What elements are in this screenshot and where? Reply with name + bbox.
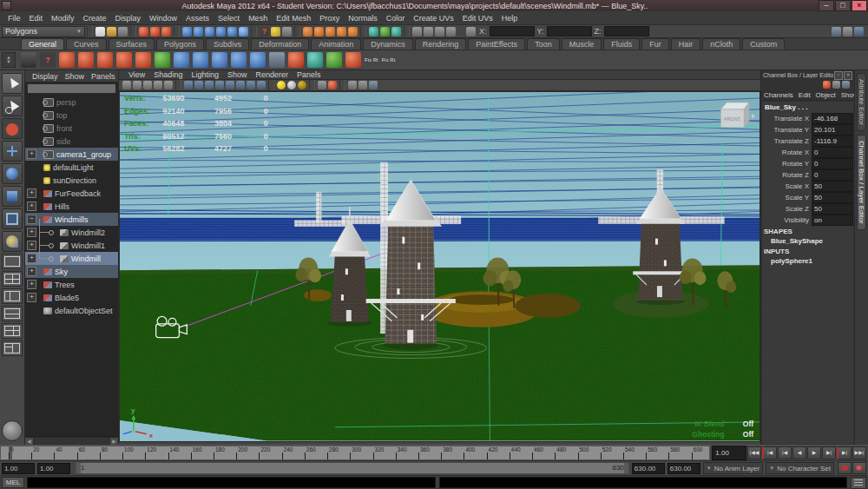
connection-lock-icon[interactable] bbox=[348, 27, 358, 36]
viewport-menu-renderer[interactable]: Renderer bbox=[251, 70, 293, 79]
shelf-tab-animation[interactable]: Animation bbox=[311, 38, 361, 50]
scroll-right-icon[interactable]: ▶ bbox=[110, 438, 118, 445]
go-to-start-button[interactable]: |◀◀ bbox=[747, 446, 761, 459]
paint-effects-panel-icon[interactable] bbox=[435, 27, 444, 36]
shelf-tab-fluids[interactable]: Fluids bbox=[603, 38, 640, 50]
menu-edit-uvs[interactable]: Edit UVs bbox=[458, 14, 497, 23]
minimize-button[interactable]: – bbox=[819, 0, 834, 11]
save-scene-icon[interactable] bbox=[118, 27, 128, 36]
show-modeling-toolkit-icon[interactable] bbox=[832, 27, 841, 36]
channel-value-field[interactable]: 0 bbox=[812, 147, 853, 158]
show-tool-settings-icon[interactable] bbox=[854, 27, 864, 36]
play-backwards-button[interactable]: ◀ bbox=[792, 446, 806, 459]
shelf-tab-subdivs[interactable]: Subdivs bbox=[206, 38, 249, 50]
vp-wireframe-icon[interactable] bbox=[184, 81, 193, 89]
channel-value-field[interactable]: on bbox=[812, 215, 853, 226]
snap-to-view-plane-icon[interactable] bbox=[227, 27, 237, 36]
hypershade-icon[interactable] bbox=[424, 27, 433, 36]
viewport-menu-lighting[interactable]: Lighting bbox=[187, 70, 223, 79]
vp-multisampling-icon[interactable] bbox=[257, 81, 266, 89]
shelf-tab-muscle[interactable]: Muscle bbox=[562, 38, 602, 50]
restore-button[interactable]: □ bbox=[835, 0, 851, 11]
animation-end-field[interactable]: 630.00 bbox=[667, 463, 700, 474]
select-hierarchy-icon[interactable] bbox=[139, 27, 148, 36]
vp-default-lighting-icon[interactable] bbox=[277, 81, 286, 89]
menu-mesh[interactable]: Mesh bbox=[244, 14, 272, 23]
menu-create[interactable]: Create bbox=[79, 14, 111, 23]
y-input[interactable] bbox=[547, 26, 592, 36]
vp-isolate-select-icon[interactable] bbox=[318, 81, 326, 89]
outliner-menu-display[interactable]: Display bbox=[29, 72, 62, 81]
z-input[interactable] bbox=[604, 26, 649, 36]
slate-icon[interactable] bbox=[269, 52, 285, 68]
input-connections-icon[interactable] bbox=[303, 27, 312, 36]
menu-edit-mesh[interactable]: Edit Mesh bbox=[272, 14, 315, 23]
mel-toggle-button[interactable]: MEL bbox=[2, 477, 24, 488]
expand-toggle-icon[interactable]: − bbox=[27, 215, 36, 224]
outliner-item-defaultobjectset[interactable]: defaultObjectSet bbox=[25, 304, 118, 317]
channel-box-menu-channels[interactable]: Channels bbox=[761, 91, 796, 99]
poly-cylinder-1-icon[interactable] bbox=[193, 52, 208, 68]
tab-attribute-editor[interactable]: Attribute Editor bbox=[857, 73, 866, 131]
poly-column-1-icon[interactable] bbox=[231, 52, 247, 68]
outliner-item-front[interactable]: front bbox=[25, 122, 118, 135]
teal-cubes-icon[interactable] bbox=[307, 52, 323, 68]
layout-four-pane-button[interactable] bbox=[2, 271, 23, 287]
layout-single-pane-button[interactable] bbox=[2, 254, 23, 269]
open-scene-icon[interactable] bbox=[107, 27, 116, 36]
ipr-render-icon[interactable] bbox=[391, 27, 401, 36]
playblast-icon[interactable] bbox=[21, 52, 36, 68]
select-component-icon[interactable] bbox=[161, 27, 171, 36]
current-tool-icon[interactable] bbox=[2, 420, 23, 441]
outliner-item-windmill[interactable]: +Windmill bbox=[25, 252, 118, 265]
outliner-item-blade5[interactable]: +Blade5 bbox=[25, 291, 118, 304]
vp-all-lights-icon[interactable] bbox=[215, 81, 224, 89]
viewport-menu-view[interactable]: View bbox=[124, 70, 149, 79]
vp-motion-blur-icon[interactable] bbox=[247, 81, 255, 89]
expand-toggle-icon[interactable]: + bbox=[27, 228, 36, 237]
outliner-item-camera1-group[interactable]: +camera1_group bbox=[25, 148, 118, 161]
close-button[interactable]: × bbox=[852, 0, 867, 11]
help-line-icon[interactable]: ? bbox=[40, 52, 56, 68]
move-tool[interactable] bbox=[2, 141, 23, 162]
channel-value-field[interactable]: 50 bbox=[812, 192, 853, 203]
vp-screen-space-ao-icon[interactable] bbox=[236, 81, 245, 89]
outliner-menu-panels[interactable]: Panels bbox=[88, 72, 119, 81]
vp-bookmarks-icon[interactable] bbox=[143, 81, 152, 89]
soft-modification-tool[interactable] bbox=[2, 231, 23, 252]
selection-mode-dropdown[interactable]: Polygons ▼ bbox=[2, 26, 85, 37]
connection-edit-icon[interactable] bbox=[337, 27, 346, 36]
channel-value-field[interactable]: 50 bbox=[812, 181, 853, 192]
command-input[interactable] bbox=[27, 477, 436, 488]
snap-to-point-icon[interactable] bbox=[205, 27, 214, 36]
outliner-item-furfeedback[interactable]: +FurFeedback bbox=[25, 187, 118, 200]
step-forward-key-button[interactable]: ▶| bbox=[837, 446, 852, 459]
snap-to-curve-icon[interactable] bbox=[194, 27, 203, 36]
anim-layer-dropdown[interactable]: ▼No Anim Layer bbox=[703, 462, 763, 474]
menu-file[interactable]: File bbox=[3, 14, 25, 23]
vp-shadows-icon[interactable] bbox=[226, 81, 234, 89]
select-object-icon[interactable] bbox=[150, 27, 160, 36]
timeline-ruler[interactable]: 0204060801001201401601802002202402602803… bbox=[0, 446, 710, 460]
expand-toggle-icon[interactable]: + bbox=[27, 202, 36, 211]
channel-value-field[interactable]: 0 bbox=[812, 158, 853, 169]
set-key-icon[interactable] bbox=[838, 462, 852, 474]
menu-window[interactable]: Window bbox=[145, 14, 181, 23]
menu-select[interactable]: Select bbox=[214, 14, 244, 23]
fix-rt-shelf-item-1[interactable]: Fix Rt bbox=[365, 52, 378, 68]
tab-channel-box-layer-editor[interactable]: Channel Box / Layer Editor bbox=[857, 135, 866, 230]
selected-object-name[interactable]: Blue_Sky . . . bbox=[762, 102, 853, 113]
outliner-item-defaultlight[interactable]: defaultLight bbox=[25, 161, 118, 174]
vp-flat-lighting-icon[interactable] bbox=[287, 81, 296, 89]
outliner-item-persp[interactable]: persp bbox=[25, 96, 118, 109]
expand-toggle-icon[interactable]: + bbox=[27, 188, 36, 198]
lock-selection-icon[interactable] bbox=[271, 27, 280, 36]
scroll-left-icon[interactable]: ◀ bbox=[25, 438, 33, 445]
viewcube-front-face[interactable]: FRONT bbox=[724, 116, 740, 122]
shelf-red-arrow-icon[interactable] bbox=[135, 52, 151, 68]
menu-color[interactable]: Color bbox=[382, 14, 410, 23]
vp-textured-icon[interactable] bbox=[205, 81, 214, 89]
render-current-frame-icon[interactable] bbox=[380, 27, 390, 36]
menu-edit[interactable]: Edit bbox=[25, 14, 48, 23]
x-input[interactable] bbox=[490, 26, 535, 36]
